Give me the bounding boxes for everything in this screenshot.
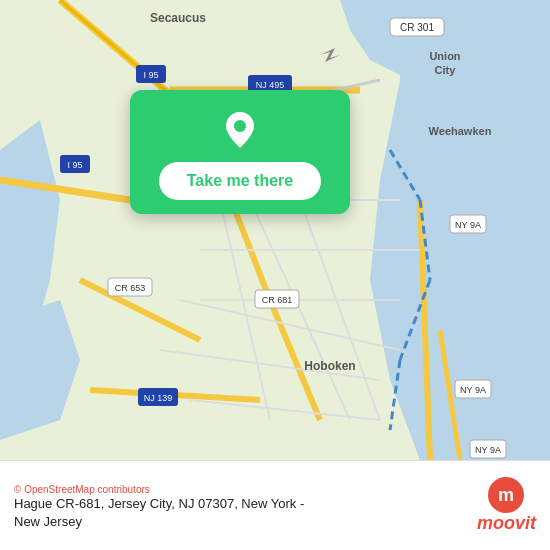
svg-text:NY 9A: NY 9A — [455, 220, 481, 230]
svg-text:Hoboken: Hoboken — [304, 359, 355, 373]
moovit-brand: m moovit — [477, 477, 536, 534]
svg-text:I 95: I 95 — [67, 160, 82, 170]
map-area[interactable]: CR 301 I 95 I 95 NJ 495 CR 681 CR 653 NJ… — [0, 0, 550, 460]
svg-text:NY 9A: NY 9A — [475, 445, 501, 455]
svg-text:NJ 139: NJ 139 — [144, 393, 173, 403]
svg-point-56 — [234, 120, 246, 132]
svg-text:NJ 495: NJ 495 — [256, 80, 285, 90]
location-pin-icon — [218, 108, 262, 152]
location-line2: New Jersey — [14, 514, 82, 529]
bottom-info-bar: © OpenStreetMap contributors Hague CR-68… — [0, 460, 550, 550]
svg-text:CR 653: CR 653 — [115, 283, 146, 293]
moovit-text: moovit — [477, 513, 536, 534]
location-line1: Hague CR-681, Jersey City, NJ 07307, New… — [14, 496, 304, 511]
location-text: Hague CR-681, Jersey City, NJ 07307, New… — [14, 495, 467, 531]
osm-credit: © OpenStreetMap contributors — [14, 484, 467, 495]
map-svg: CR 301 I 95 I 95 NJ 495 CR 681 CR 653 NJ… — [0, 0, 550, 460]
svg-text:City: City — [435, 64, 457, 76]
svg-text:Weehawken: Weehawken — [429, 125, 492, 137]
moovit-icon: m — [488, 477, 524, 513]
svg-text:m: m — [498, 485, 514, 505]
moovit-logo[interactable]: m moovit — [477, 477, 536, 534]
svg-text:CR 681: CR 681 — [262, 295, 293, 305]
location-popup: Take me there — [130, 90, 350, 214]
svg-text:I 95: I 95 — [143, 70, 158, 80]
take-me-there-button[interactable]: Take me there — [159, 162, 321, 200]
svg-text:NY 9A: NY 9A — [460, 385, 486, 395]
svg-text:CR 301: CR 301 — [400, 22, 434, 33]
svg-text:Secaucus: Secaucus — [150, 11, 206, 25]
osm-link[interactable]: © OpenStreetMap contributors — [14, 484, 150, 495]
svg-text:Union: Union — [429, 50, 460, 62]
location-info-panel: © OpenStreetMap contributors Hague CR-68… — [14, 480, 467, 531]
